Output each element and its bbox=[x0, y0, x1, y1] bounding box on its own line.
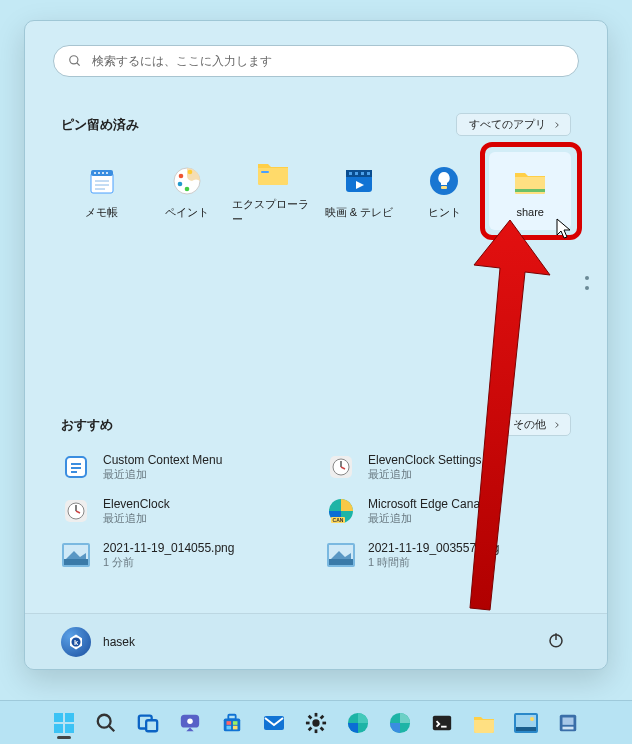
reco-subtitle: 最近追加 bbox=[103, 511, 170, 526]
task-chat[interactable] bbox=[172, 705, 208, 741]
svg-rect-26 bbox=[515, 189, 545, 192]
svg-point-86 bbox=[530, 717, 534, 721]
svg-rect-65 bbox=[228, 714, 235, 719]
chevron-right-icon bbox=[552, 420, 562, 430]
svg-rect-55 bbox=[65, 713, 74, 722]
reco-title: ElevenClock bbox=[103, 497, 170, 511]
reco-edge-canary[interactable]: CAN Microsoft Edge Canary最近追加 bbox=[326, 496, 571, 526]
paint-icon bbox=[169, 163, 205, 199]
pinned-label: エクスプローラー bbox=[232, 197, 314, 227]
folder-icon bbox=[255, 155, 291, 191]
svg-rect-70 bbox=[264, 716, 284, 730]
reco-title: 2021-11-19_003557.png bbox=[368, 541, 499, 555]
pinned-share[interactable]: share bbox=[489, 152, 571, 230]
svg-rect-49 bbox=[329, 559, 353, 565]
svg-point-6 bbox=[102, 172, 104, 174]
all-apps-label: すべてのアプリ bbox=[469, 117, 546, 132]
more-button[interactable]: その他 bbox=[500, 413, 571, 436]
pinned-title: ピン留め済み bbox=[61, 116, 139, 134]
pinned-label: 映画 & テレビ bbox=[325, 205, 393, 220]
task-explorer[interactable] bbox=[466, 705, 502, 741]
svg-rect-56 bbox=[54, 724, 63, 733]
pinned-grid: メモ帳 ペイント エクスプローラー 映画 & テレビ bbox=[61, 152, 571, 230]
start-menu: 検索するには、ここに入力します ピン留め済み すべてのアプリ メモ帳 bbox=[24, 20, 608, 670]
svg-point-71 bbox=[312, 719, 319, 726]
search-input[interactable]: 検索するには、ここに入力します bbox=[53, 45, 579, 77]
task-terminal[interactable] bbox=[424, 705, 460, 741]
svg-rect-22 bbox=[367, 172, 370, 175]
pinned-section: ピン留め済み すべてのアプリ メモ帳 ペイント bbox=[25, 81, 607, 230]
power-button[interactable] bbox=[541, 625, 571, 658]
task-store[interactable] bbox=[214, 705, 250, 741]
pinned-label: メモ帳 bbox=[85, 205, 118, 220]
pinned-label: ヒント bbox=[428, 205, 461, 220]
all-apps-button[interactable]: すべてのアプリ bbox=[456, 113, 571, 136]
svg-text:CAN: CAN bbox=[333, 517, 344, 523]
task-taskview[interactable] bbox=[130, 705, 166, 741]
svg-rect-16 bbox=[261, 171, 269, 173]
svg-rect-20 bbox=[355, 172, 358, 175]
pinned-movies[interactable]: 映画 & テレビ bbox=[318, 152, 400, 230]
image-thumb-icon bbox=[326, 540, 356, 570]
tips-icon bbox=[426, 163, 462, 199]
image-thumb-icon bbox=[61, 540, 91, 570]
reco-custom-context-menu[interactable]: Custom Context Menu最近追加 bbox=[61, 452, 306, 482]
more-label: その他 bbox=[513, 417, 546, 432]
chevron-right-icon bbox=[552, 120, 562, 130]
task-mail[interactable] bbox=[256, 705, 292, 741]
task-start[interactable] bbox=[46, 705, 82, 741]
start-footer: k hasek bbox=[25, 613, 607, 669]
svg-point-0 bbox=[70, 56, 78, 64]
pinned-tips[interactable]: ヒント bbox=[404, 152, 486, 230]
recommended-title: おすすめ bbox=[61, 416, 113, 434]
reco-title: Microsoft Edge Canary bbox=[368, 497, 490, 511]
reco-screenshot-2[interactable]: 2021-11-19_003557.png1 時間前 bbox=[326, 540, 571, 570]
svg-rect-69 bbox=[233, 725, 238, 729]
task-screenshot-tool[interactable] bbox=[508, 705, 544, 741]
search-icon bbox=[68, 54, 82, 68]
svg-point-58 bbox=[98, 714, 111, 727]
reco-title: Custom Context Menu bbox=[103, 453, 222, 467]
recommended-grid: Custom Context Menu最近追加 ElevenClock Sett… bbox=[61, 452, 571, 570]
svg-rect-25 bbox=[441, 186, 447, 189]
svg-point-13 bbox=[178, 181, 183, 186]
avatar: k bbox=[61, 627, 91, 657]
task-search[interactable] bbox=[88, 705, 124, 741]
reco-elevenclock[interactable]: ElevenClock最近追加 bbox=[61, 496, 306, 526]
svg-point-63 bbox=[187, 718, 193, 724]
svg-rect-45 bbox=[64, 559, 88, 565]
svg-point-7 bbox=[106, 172, 108, 174]
power-icon bbox=[547, 631, 565, 649]
svg-point-14 bbox=[185, 186, 190, 191]
notepad-icon bbox=[84, 163, 120, 199]
svg-rect-66 bbox=[227, 721, 232, 725]
clock-icon bbox=[61, 496, 91, 526]
svg-point-15 bbox=[188, 169, 193, 174]
task-settings[interactable] bbox=[298, 705, 334, 741]
pinned-explorer[interactable]: エクスプローラー bbox=[232, 152, 314, 230]
svg-rect-67 bbox=[233, 721, 238, 725]
svg-rect-68 bbox=[227, 725, 232, 729]
reco-subtitle: 最近追加 bbox=[103, 467, 222, 482]
pinned-paint[interactable]: ペイント bbox=[147, 152, 229, 230]
task-edge-dev[interactable] bbox=[382, 705, 418, 741]
svg-rect-90 bbox=[563, 726, 574, 729]
svg-rect-19 bbox=[349, 172, 352, 175]
svg-rect-87 bbox=[516, 727, 536, 731]
reco-title: ElevenClock Settings bbox=[368, 453, 481, 467]
task-edge[interactable] bbox=[340, 705, 376, 741]
svg-line-1 bbox=[77, 63, 80, 66]
pager-dots[interactable] bbox=[585, 276, 589, 290]
pinned-notepad[interactable]: メモ帳 bbox=[61, 152, 143, 230]
task-app[interactable] bbox=[550, 705, 586, 741]
svg-point-4 bbox=[94, 172, 96, 174]
clock-settings-icon bbox=[326, 452, 356, 482]
reco-screenshot-1[interactable]: 2021-11-19_014055.png1 分前 bbox=[61, 540, 306, 570]
svg-point-5 bbox=[98, 172, 100, 174]
svg-line-59 bbox=[109, 725, 115, 731]
reco-elevenclock-settings[interactable]: ElevenClock Settings最近追加 bbox=[326, 452, 571, 482]
reco-subtitle: 最近追加 bbox=[368, 467, 481, 482]
svg-rect-57 bbox=[65, 724, 74, 733]
user-button[interactable]: k hasek bbox=[61, 627, 135, 657]
svg-rect-64 bbox=[224, 718, 241, 731]
